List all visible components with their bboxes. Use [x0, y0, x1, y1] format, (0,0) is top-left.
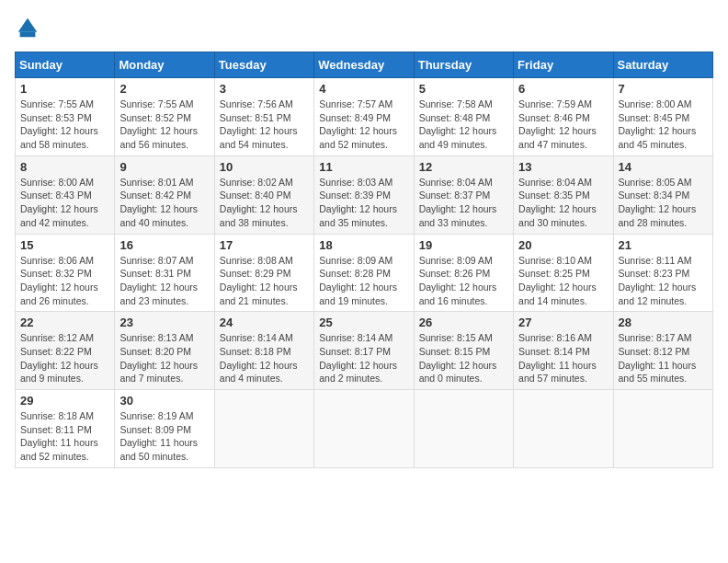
day-info: Sunrise: 8:09 AM Sunset: 8:26 PM Dayligh… — [419, 254, 508, 308]
calendar-cell: 22 Sunrise: 8:12 AM Sunset: 8:22 PM Dayl… — [16, 312, 115, 390]
day-info: Sunrise: 7:55 AM Sunset: 8:52 PM Dayligh… — [119, 98, 209, 152]
sunrise-label: Sunrise: 8:09 AM — [419, 255, 493, 266]
calendar-cell: 17 Sunrise: 8:08 AM Sunset: 8:29 PM Dayl… — [214, 234, 313, 312]
sunset-label: Sunset: 8:25 PM — [518, 268, 590, 279]
sunrise-label: Sunrise: 8:09 AM — [319, 255, 392, 266]
sunrise-label: Sunrise: 8:06 AM — [20, 255, 94, 266]
calendar-cell — [314, 390, 414, 468]
calendar-cell: 18 Sunrise: 8:09 AM Sunset: 8:28 PM Dayl… — [314, 234, 414, 312]
day-info: Sunrise: 8:08 AM Sunset: 8:29 PM Dayligh… — [220, 254, 309, 308]
day-info: Sunrise: 8:04 AM Sunset: 8:37 PM Dayligh… — [419, 176, 508, 230]
day-info: Sunrise: 8:01 AM Sunset: 8:42 PM Dayligh… — [119, 176, 209, 230]
daylight-label: Daylight: 11 hours and 50 minutes. — [119, 437, 198, 462]
calendar-cell: 20 Sunrise: 8:10 AM Sunset: 8:25 PM Dayl… — [514, 234, 613, 312]
day-number: 6 — [518, 82, 608, 96]
weekday-header: Wednesday — [314, 52, 414, 78]
weekday-header: Monday — [115, 52, 214, 78]
calendar-week-row: 1 Sunrise: 7:55 AM Sunset: 8:53 PM Dayli… — [16, 78, 713, 156]
sunrise-label: Sunrise: 8:00 AM — [20, 177, 94, 188]
sunrise-label: Sunrise: 8:04 AM — [419, 177, 493, 188]
sunset-label: Sunset: 8:18 PM — [220, 346, 291, 357]
daylight-label: Daylight: 12 hours and 4 minutes. — [220, 360, 298, 385]
day-info: Sunrise: 8:04 AM Sunset: 8:35 PM Dayligh… — [518, 176, 608, 230]
daylight-label: Daylight: 12 hours and 58 minutes. — [20, 125, 98, 150]
daylight-label: Daylight: 12 hours and 14 minutes. — [518, 282, 597, 306]
sunset-label: Sunset: 8:09 PM — [119, 424, 191, 435]
sunrise-label: Sunrise: 8:19 AM — [119, 410, 193, 421]
sunset-label: Sunset: 8:20 PM — [119, 346, 191, 357]
weekday-header: Saturday — [613, 52, 712, 78]
day-info: Sunrise: 8:15 AM Sunset: 8:15 PM Dayligh… — [419, 331, 508, 385]
sunset-label: Sunset: 8:42 PM — [119, 190, 191, 201]
daylight-label: Daylight: 12 hours and 28 minutes. — [619, 203, 697, 228]
day-info: Sunrise: 8:05 AM Sunset: 8:34 PM Dayligh… — [619, 176, 708, 230]
daylight-label: Daylight: 11 hours and 55 minutes. — [619, 360, 697, 385]
sunset-label: Sunset: 8:32 PM — [20, 268, 92, 279]
day-info: Sunrise: 8:11 AM Sunset: 8:23 PM Dayligh… — [619, 254, 708, 308]
day-info: Sunrise: 8:16 AM Sunset: 8:14 PM Dayligh… — [518, 331, 608, 385]
sunset-label: Sunset: 8:17 PM — [319, 346, 391, 357]
sunset-label: Sunset: 8:40 PM — [220, 190, 291, 201]
calendar-cell — [214, 390, 313, 468]
day-info: Sunrise: 8:00 AM Sunset: 8:45 PM Dayligh… — [619, 98, 708, 152]
day-number: 22 — [20, 316, 109, 329]
daylight-label: Daylight: 12 hours and 19 minutes. — [319, 282, 397, 306]
daylight-label: Daylight: 12 hours and 49 minutes. — [419, 125, 497, 150]
daylight-label: Daylight: 12 hours and 52 minutes. — [319, 125, 397, 150]
sunrise-label: Sunrise: 8:16 AM — [518, 332, 592, 343]
calendar-cell: 16 Sunrise: 8:07 AM Sunset: 8:31 PM Dayl… — [115, 234, 214, 312]
day-number: 9 — [119, 160, 209, 174]
daylight-label: Daylight: 11 hours and 57 minutes. — [518, 360, 597, 385]
day-number: 30 — [119, 394, 209, 408]
sunrise-label: Sunrise: 8:18 AM — [20, 410, 94, 421]
day-number: 7 — [619, 82, 708, 96]
day-number: 24 — [220, 316, 309, 329]
sunrise-label: Sunrise: 8:08 AM — [220, 255, 293, 266]
sunset-label: Sunset: 8:29 PM — [220, 268, 291, 279]
sunrise-label: Sunrise: 8:01 AM — [119, 177, 193, 188]
sunset-label: Sunset: 8:49 PM — [319, 112, 391, 123]
day-number: 1 — [20, 82, 109, 96]
day-number: 25 — [319, 316, 408, 329]
day-number: 4 — [319, 82, 408, 96]
daylight-label: Daylight: 12 hours and 7 minutes. — [119, 360, 198, 385]
day-number: 18 — [319, 238, 408, 252]
day-info: Sunrise: 8:07 AM Sunset: 8:31 PM Dayligh… — [119, 254, 209, 308]
sunrise-label: Sunrise: 8:14 AM — [220, 332, 293, 343]
calendar-cell: 4 Sunrise: 7:57 AM Sunset: 8:49 PM Dayli… — [314, 78, 414, 156]
daylight-label: Daylight: 12 hours and 30 minutes. — [518, 203, 597, 228]
day-number: 8 — [20, 160, 109, 174]
calendar-cell — [414, 390, 513, 468]
day-number: 14 — [619, 160, 708, 174]
calendar-cell: 27 Sunrise: 8:16 AM Sunset: 8:14 PM Dayl… — [514, 312, 613, 390]
sunset-label: Sunset: 8:34 PM — [619, 190, 690, 201]
day-number: 15 — [20, 238, 109, 252]
day-number: 20 — [518, 238, 608, 252]
sunrise-label: Sunrise: 8:14 AM — [319, 332, 392, 343]
calendar-cell: 9 Sunrise: 8:01 AM Sunset: 8:42 PM Dayli… — [115, 155, 214, 234]
sunrise-label: Sunrise: 7:57 AM — [319, 98, 392, 109]
day-info: Sunrise: 8:09 AM Sunset: 8:28 PM Dayligh… — [319, 254, 408, 308]
day-number: 27 — [518, 316, 608, 329]
daylight-label: Daylight: 12 hours and 47 minutes. — [518, 125, 597, 150]
calendar-cell: 10 Sunrise: 8:02 AM Sunset: 8:40 PM Dayl… — [214, 155, 313, 234]
calendar-cell: 14 Sunrise: 8:05 AM Sunset: 8:34 PM Dayl… — [613, 155, 712, 234]
day-info: Sunrise: 8:03 AM Sunset: 8:39 PM Dayligh… — [319, 176, 408, 230]
sunrise-label: Sunrise: 7:59 AM — [518, 98, 592, 109]
daylight-label: Daylight: 12 hours and 0 minutes. — [419, 360, 497, 385]
daylight-label: Daylight: 12 hours and 56 minutes. — [119, 125, 198, 150]
calendar-cell: 29 Sunrise: 8:18 AM Sunset: 8:11 PM Dayl… — [16, 390, 115, 468]
daylight-label: Daylight: 12 hours and 45 minutes. — [619, 125, 697, 150]
sunrise-label: Sunrise: 8:13 AM — [119, 332, 193, 343]
daylight-label: Daylight: 11 hours and 52 minutes. — [20, 437, 98, 462]
day-number: 10 — [220, 160, 309, 174]
sunrise-label: Sunrise: 7:55 AM — [119, 98, 193, 109]
weekday-row: SundayMondayTuesdayWednesdayThursdayFrid… — [16, 52, 713, 78]
sunset-label: Sunset: 8:26 PM — [419, 268, 491, 279]
daylight-label: Daylight: 12 hours and 21 minutes. — [220, 282, 298, 306]
sunrise-label: Sunrise: 8:17 AM — [619, 332, 692, 343]
sunset-label: Sunset: 8:51 PM — [220, 112, 291, 123]
calendar-cell — [613, 390, 712, 468]
sunset-label: Sunset: 8:15 PM — [419, 346, 491, 357]
sunset-label: Sunset: 8:39 PM — [319, 190, 391, 201]
